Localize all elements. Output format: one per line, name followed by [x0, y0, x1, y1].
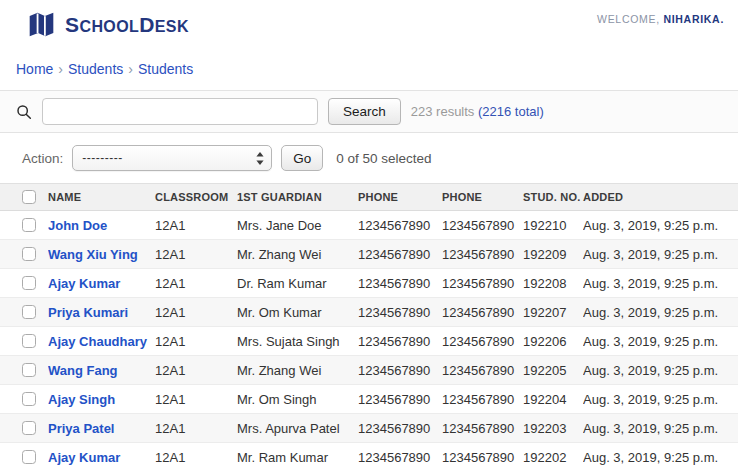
guardian-cell: Mr. Om Singh	[237, 385, 358, 414]
guardian-cell: Mr. Zhang Wei	[237, 356, 358, 385]
classroom-cell: 12A1	[155, 298, 237, 327]
total-results-link[interactable]: (2216 total)	[478, 104, 544, 119]
classroom-cell: 12A1	[155, 327, 237, 356]
brand-logo-link[interactable]: SCHOOLDESK	[28, 11, 189, 38]
stud-no-cell: 192205	[523, 356, 583, 385]
column-header-name[interactable]: NAME	[48, 184, 155, 211]
stud-no-cell: 192203	[523, 414, 583, 443]
breadcrumb-students-link[interactable]: Students	[68, 61, 123, 77]
classroom-cell: 12A1	[155, 211, 237, 240]
row-checkbox[interactable]	[22, 392, 36, 406]
student-name-link[interactable]: Priya Kumari	[48, 305, 128, 320]
phone-cell: 1234567890	[358, 327, 442, 356]
row-checkbox[interactable]	[22, 450, 36, 464]
guardian-cell: Dr. Ram Kumar	[237, 269, 358, 298]
search-results-text: 223 results (2216 total)	[411, 104, 544, 119]
guardian-cell: Mr. Om Kumar	[237, 298, 358, 327]
stud-no-cell: 192207	[523, 298, 583, 327]
phone-cell: 1234567890	[358, 298, 442, 327]
classroom-cell: 12A1	[155, 240, 237, 269]
column-header-phone-1[interactable]: PHONE	[358, 184, 442, 211]
topbar: SCHOOLDESK WELCOME, NIHARIKA.	[0, 0, 738, 48]
phone-cell: 1234567890	[442, 269, 523, 298]
student-name-link[interactable]: Ajay Kumar	[48, 450, 120, 465]
column-header-added[interactable]: ADDED	[583, 184, 738, 211]
student-name-link[interactable]: John Doe	[48, 218, 107, 233]
phone-cell: 1234567890	[442, 298, 523, 327]
stud-no-cell: 192208	[523, 269, 583, 298]
breadcrumb-separator: ›	[128, 61, 133, 77]
table-row: Ajay Singh 12A1 Mr. Om Singh 1234567890 …	[0, 385, 738, 414]
added-cell: Aug. 3, 2019, 9:25 p.m.	[583, 211, 738, 240]
phone-cell: 1234567890	[358, 269, 442, 298]
row-checkbox[interactable]	[22, 421, 36, 435]
row-checkbox[interactable]	[22, 247, 36, 261]
select-spinner-icon	[256, 152, 264, 165]
added-cell: Aug. 3, 2019, 9:25 p.m.	[583, 443, 738, 472]
action-select[interactable]: ---------	[72, 145, 272, 171]
breadcrumb-home-link[interactable]: Home	[16, 61, 53, 77]
added-cell: Aug. 3, 2019, 9:25 p.m.	[583, 269, 738, 298]
phone-cell: 1234567890	[358, 385, 442, 414]
phone-cell: 1234567890	[358, 240, 442, 269]
table-row: Ajay Chaudhary 12A1 Mrs. Sujata Singh 12…	[0, 327, 738, 356]
search-input[interactable]	[42, 98, 318, 125]
guardian-cell: Mr. Zhang Wei	[237, 240, 358, 269]
column-header-guardian[interactable]: 1ST GUARDIAN	[237, 184, 358, 211]
student-name-link[interactable]: Priya Patel	[48, 421, 115, 436]
classroom-cell: 12A1	[155, 414, 237, 443]
phone-cell: 1234567890	[358, 443, 442, 472]
added-cell: Aug. 3, 2019, 9:25 p.m.	[583, 385, 738, 414]
action-label: Action:	[22, 151, 63, 166]
student-name-link[interactable]: Ajay Chaudhary	[48, 334, 147, 349]
student-name-link[interactable]: Wang Xiu Ying	[48, 247, 138, 262]
classroom-cell: 12A1	[155, 269, 237, 298]
selection-status: 0 of 50 selected	[336, 151, 431, 166]
table-row: Wang Fang 12A1 Mr. Zhang Wei 1234567890 …	[0, 356, 738, 385]
student-name-link[interactable]: Wang Fang	[48, 363, 118, 378]
stud-no-cell: 192206	[523, 327, 583, 356]
added-cell: Aug. 3, 2019, 9:25 p.m.	[583, 356, 738, 385]
search-button[interactable]: Search	[328, 98, 401, 125]
student-table-body: John Doe 12A1 Mrs. Jane Doe 1234567890 1…	[0, 211, 738, 472]
breadcrumb: Home›Students›Students	[0, 48, 738, 90]
go-button[interactable]: Go	[281, 145, 323, 171]
column-header-classroom[interactable]: CLASSROOM	[155, 184, 237, 211]
guardian-cell: Mrs. Sujata Singh	[237, 327, 358, 356]
stud-no-cell: 192210	[523, 211, 583, 240]
guardian-cell: Mrs. Jane Doe	[237, 211, 358, 240]
added-cell: Aug. 3, 2019, 9:25 p.m.	[583, 240, 738, 269]
action-select-value: ---------	[82, 151, 122, 165]
added-cell: Aug. 3, 2019, 9:25 p.m.	[583, 327, 738, 356]
classroom-cell: 12A1	[155, 443, 237, 472]
username: NIHARIKA	[663, 13, 720, 25]
stud-no-cell: 192202	[523, 443, 583, 472]
phone-cell: 1234567890	[442, 327, 523, 356]
column-header-stud-no[interactable]: STUD. NO.	[523, 184, 583, 211]
row-checkbox[interactable]	[22, 218, 36, 232]
book-icon	[28, 11, 55, 38]
column-header-phone-2[interactable]: PHONE	[442, 184, 523, 211]
student-table: NAME CLASSROOM 1ST GUARDIAN PHONE PHONE …	[0, 183, 738, 472]
table-row: Priya Kumari 12A1 Mr. Om Kumar 123456789…	[0, 298, 738, 327]
row-checkbox[interactable]	[22, 305, 36, 319]
phone-cell: 1234567890	[442, 385, 523, 414]
student-name-link[interactable]: Ajay Kumar	[48, 276, 120, 291]
row-checkbox[interactable]	[22, 363, 36, 377]
phone-cell: 1234567890	[442, 240, 523, 269]
phone-cell: 1234567890	[442, 211, 523, 240]
stud-no-cell: 192209	[523, 240, 583, 269]
select-all-checkbox[interactable]	[22, 190, 36, 204]
row-checkbox[interactable]	[22, 276, 36, 290]
row-checkbox[interactable]	[22, 334, 36, 348]
breadcrumb-students-current[interactable]: Students	[138, 61, 193, 77]
action-bar: Action: --------- Go 0 of 50 selected	[0, 133, 738, 183]
table-row: Ajay Kumar 12A1 Dr. Ram Kumar 1234567890…	[0, 269, 738, 298]
phone-cell: 1234567890	[358, 211, 442, 240]
classroom-cell: 12A1	[155, 385, 237, 414]
added-cell: Aug. 3, 2019, 9:25 p.m.	[583, 414, 738, 443]
student-name-link[interactable]: Ajay Singh	[48, 392, 115, 407]
phone-cell: 1234567890	[442, 356, 523, 385]
search-icon	[16, 104, 32, 120]
breadcrumb-separator: ›	[58, 61, 63, 77]
